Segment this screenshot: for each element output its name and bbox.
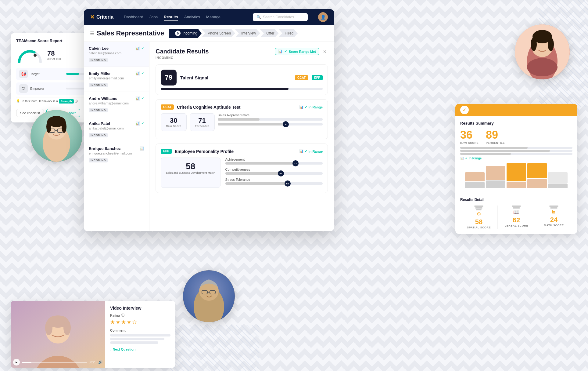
- person-svg-man: [183, 270, 235, 322]
- nav-analytics[interactable]: Analytics: [184, 13, 200, 21]
- stage-offer[interactable]: Offer: [260, 29, 278, 37]
- empower-label: Empower: [30, 87, 64, 90]
- epp-in-range: 📊 ✓ In Range: [299, 149, 323, 153]
- candidate-item-0[interactable]: Calvin Lee calvin.lee@email.com INCOMING…: [84, 42, 149, 67]
- percentile-box: 71 Percentile: [190, 113, 215, 131]
- epp-tag: EPP: [161, 149, 172, 154]
- candidate-item-3[interactable]: Anika Patel anika.patel@email.com INCOMI…: [84, 117, 149, 142]
- nav-jobs[interactable]: Jobs: [149, 13, 158, 21]
- nav-bar: ✕ Criteria Dashboard Jobs Results Analyt…: [84, 9, 334, 25]
- bar-seg-2: [486, 166, 505, 180]
- summary-bar-fill-2: [460, 150, 550, 152]
- stage-incoming[interactable]: 5 Incoming: [169, 29, 202, 38]
- trait-name-1: Competitiveness: [225, 168, 323, 171]
- trait-bar-2: 64: [225, 182, 323, 185]
- results-panel: Candidate Results 📊 ✓ Score Range Met ✕ …: [149, 42, 334, 231]
- chart-icon-3: 📊: [135, 121, 140, 125]
- target-bar: [66, 73, 84, 75]
- empower-icon: 🛡: [19, 84, 28, 93]
- candidate-item-4[interactable]: Enrique Sanchez enrique.sanchez@email.co…: [84, 142, 149, 167]
- nav-logo: ✕ Criteria: [90, 14, 113, 20]
- candidate-status-2: INCOMING: [89, 108, 108, 112]
- raw-score-label: Raw Score: [166, 125, 181, 128]
- bar-seg-1: [465, 172, 485, 181]
- video-thumbnail: ▶ 00:25 🔊: [11, 301, 105, 368]
- chart-small-icon: 📊: [299, 105, 303, 109]
- ccat-scores-row: 30 Raw Score 71 Percentile Sales Represe…: [161, 113, 323, 131]
- empower-row: 🛡 Empower: [16, 82, 88, 95]
- play-button[interactable]: ▶: [13, 359, 20, 366]
- svg-point-15: [548, 38, 554, 51]
- video-sidebar: Video Interview Rating ⓘ ★★★★☆ Comment ↓…: [105, 301, 175, 368]
- svg-point-22: [63, 320, 71, 335]
- percentile-label: Percentile: [195, 125, 210, 128]
- summary-bars: [460, 147, 572, 155]
- bar-seg-5: [548, 172, 568, 183]
- candidate-email-1: emily.miller@email.com: [89, 76, 124, 80]
- info-icon: ⓘ: [75, 100, 78, 103]
- candidate-photo-left: [30, 110, 82, 162]
- trait-dot-2: 64: [285, 180, 291, 187]
- raw-score-box: 30 Raw Score: [161, 113, 187, 131]
- ccat-header: CCAT Criteria Cognitive Aptitude Test 📊 …: [161, 104, 323, 110]
- stage-hired[interactable]: Hired: [279, 29, 298, 37]
- nav-manage[interactable]: Manage: [206, 13, 221, 21]
- summary-percentile-col: 89 PERCENTILE: [486, 129, 505, 144]
- trait-name-0: Achievement: [225, 158, 323, 161]
- candidate-icons-4: 📊: [140, 146, 144, 151]
- gauge-svg: [16, 47, 44, 64]
- volume-icon[interactable]: 🔊: [98, 360, 103, 364]
- summary-percentile-label: PERCENTILE: [486, 141, 505, 144]
- teamscan-note: In this team, teamwork is a Strength ⓘ: [22, 99, 78, 104]
- tag-ccat-ts: CCAT: [295, 75, 308, 80]
- trait-dot-1: 57: [278, 170, 284, 176]
- target-bar-fill: [66, 73, 79, 75]
- video-progress-bar[interactable]: [22, 362, 87, 363]
- nav-dashboard[interactable]: Dashboard: [124, 13, 143, 21]
- stars[interactable]: ★★★★☆: [110, 319, 170, 326]
- teamscan-card: TEAMscan Score Report 78 out of 100 🎯 Ta…: [11, 33, 93, 122]
- results-card-header: ✓: [455, 104, 577, 116]
- video-bg-svg: [11, 301, 105, 368]
- bar-col-5: [548, 172, 568, 188]
- candidate-status-0: INCOMING: [89, 58, 108, 62]
- candidate-item-2[interactable]: Andre Williams andre.williams@email.com …: [84, 92, 149, 117]
- stage-label-incoming: Incoming: [182, 31, 197, 35]
- spatial-score-col: ⚙ 58 SPATIAL SCORE: [460, 206, 498, 229]
- comment-label: Comment: [110, 329, 170, 332]
- epp-score-box: 58 Sales and Business Development Match: [161, 158, 221, 188]
- benchmark-fill-1: [218, 118, 260, 121]
- bar-chart: [460, 164, 572, 188]
- hamburger-icon[interactable]: ☰: [90, 31, 94, 36]
- rating-label: Rating ⓘ: [110, 313, 170, 318]
- chart-icon-2: 📊: [135, 96, 140, 100]
- nav-search[interactable]: 🔍 Search Candidates: [253, 13, 308, 21]
- pipeline-header: ☰ Sales Representative 5 Incoming Phone …: [84, 25, 334, 42]
- bar-seg-2b: [486, 180, 505, 188]
- target-row: 🎯 Target: [16, 68, 88, 80]
- bar-seg-5b: [548, 184, 568, 188]
- svg-point-16: [527, 58, 558, 76]
- search-placeholder: Search Candidates: [263, 15, 294, 19]
- talent-signal-score: 79: [161, 70, 177, 85]
- comment-line-1: [110, 334, 170, 336]
- stage-phone-screen[interactable]: Phone Screen: [202, 29, 235, 37]
- detail-scores: ⚙ 58 SPATIAL SCORE 📖 62 VERBAL SCORE 🖩: [460, 206, 572, 229]
- nav-results[interactable]: Results: [164, 13, 178, 21]
- comment-lines: [110, 334, 170, 344]
- video-controls: ▶ 00:25 🔊: [13, 359, 103, 366]
- math-val: 24: [535, 216, 572, 224]
- candidate-status-3: INCOMING: [89, 133, 108, 137]
- stage-interview[interactable]: Interview: [235, 29, 260, 37]
- check-epp-icon: ✓: [305, 149, 307, 153]
- close-button[interactable]: ✕: [322, 49, 328, 55]
- epp-name: Employee Personality Profile: [175, 149, 296, 154]
- candidate-item-1[interactable]: Emily Miller emily.miller@email.com INCO…: [84, 67, 149, 92]
- lightbulb-row: 💡 In this team, teamwork is a Strength ⓘ: [16, 97, 88, 105]
- bar-seg-3: [507, 163, 526, 181]
- candidate-name-1: Emily Miller: [89, 71, 124, 76]
- gauge-info: 78 out of 100: [47, 49, 61, 61]
- next-question-button[interactable]: ↓ Next Question: [110, 347, 170, 351]
- trait-fill-0: [225, 162, 296, 165]
- video-title: Video Interview: [110, 306, 170, 311]
